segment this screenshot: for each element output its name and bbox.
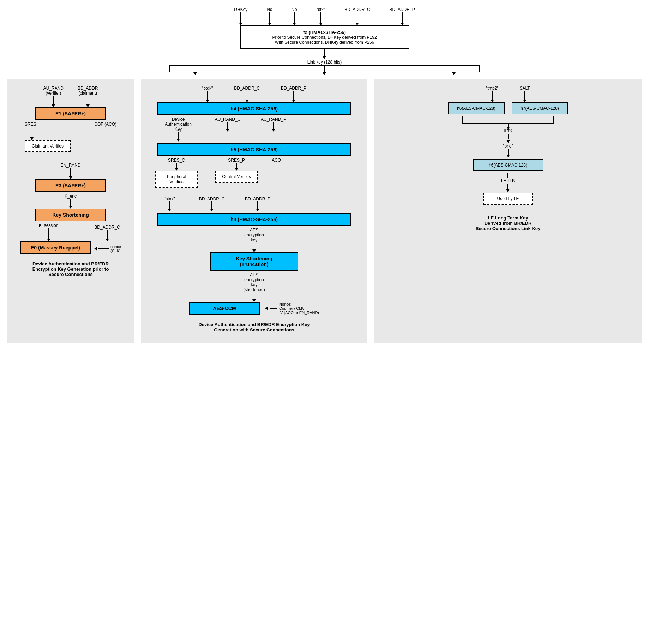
input-bd-addr-p: BD_ADDR_P [390,7,415,25]
h6-top-box: h6(AES-CMAC-128) [448,102,505,114]
used-by-le: Used by LE [483,193,533,205]
h7-box: h7(AES-CMAC-128) [512,102,568,114]
mid-bd-addr-c-h3: BD_ADDR_C [194,197,229,211]
right-salt: SALT [520,86,530,102]
e3-box: E3 (SAFER+) [35,179,106,192]
left-au-rand: AU_RAND(verifier) [43,86,64,107]
mid-aes-enc-key: AESencryptionkey [244,228,264,242]
mid-sres-p: SRES_P [228,158,245,163]
mid-key-shortening-box: Key Shortening(Truncation) [210,252,298,271]
left-bd-addr: BD_ADDR(claimant) [78,86,98,107]
h3-box: h3 (HMAC-SHA-256) [157,213,351,226]
mid-au-rand-p: AU_RAND_P [261,117,286,122]
input-np: Np [292,7,297,25]
k-enc-label: K_enc [65,194,77,199]
h5-box: h5 (HMAC-SHA-256) [157,143,351,156]
mid-peripheral-verifies: PeripheralVerifies [155,171,198,188]
en-rand-label: EN_RAND [60,163,80,168]
left-column: AU_RAND(verifier) BD_ADDR(claimant) E1 (… [7,79,134,343]
left-key-shortening-box: Key Shortening [35,209,106,221]
mid-au-rand-c: AU_RAND_C [215,117,241,122]
mid-bd-addr-p: BD_ADDR_P [281,86,306,102]
mid-column: "btdk" BD_ADDR_C BD_ADDR_P [141,79,367,343]
mid-aco: ACO [272,158,281,163]
e1-box: E1 (SAFER+) [35,107,106,120]
mid-bd-addr-c: BD_ADDR_C [234,86,260,102]
mid-caption: Device Authentication and BR/EDR Encrypt… [148,322,360,332]
brle-label: "brle" [503,144,513,149]
f2-line3: With Secure Connections, DHKey derived f… [251,40,398,45]
k-session-label: K_session [39,223,58,228]
input-dhkey: DHKey [234,7,247,25]
aes-ccm-box: AES-CCM [189,302,260,315]
bd-addr-c-left: BD_ADDR_C [94,225,120,230]
mid-central-verifies: Central Verifies [215,171,258,183]
mid-btak: "btak" [155,197,184,211]
left-caption: Device Authentication and BR/EDR Encrypt… [12,261,129,277]
input-nc: Nc [267,7,272,25]
input-bd-addr-c: BD_ADDR_C [344,7,370,25]
mid-nonce-label: Nonce:Counter / CLKIV (ACO or EN_RAND) [279,302,319,315]
claimant-verifies: Claimant Verifies [25,140,71,152]
link-key-label: Link key (128 bits) [307,60,342,65]
f2-line2: Prior to Secure Connections, DHKey deriv… [251,35,398,40]
le-ltk-label: LE LTK [501,178,515,183]
mid-btdk: "btdk" [202,86,213,102]
diagram-container: DHKey Nc Np "btk" BD_ADDR_C [0,0,649,350]
h4-box: h4 (HMAC-SHA-256) [157,102,351,115]
right-tmp2: "tmp2" [486,86,498,102]
mid-auth-key: DeviceAuthenticationKey [165,117,192,132]
input-btk: "btk" [316,7,325,25]
h6-bot-box: h6(AES-CMAC-128) [473,159,543,171]
right-column: "tmp2" SALT h6(AES-CMAC-128) [374,79,642,343]
e0-box: E0 (Massey Rueppel) [20,241,91,254]
mid-aes-enc-key-short: AESencryptionkey(shortened) [243,272,265,292]
right-caption: LE Long Term Key Derived from BR/EDR Sec… [381,215,635,231]
f2-line1: f2 (HMAC-SHA-256) [251,30,398,35]
mid-bd-addr-p-h3: BD_ADDR_P [240,197,275,211]
nonce-label: nonce(CLK) [110,245,121,253]
mid-sres-c: SRES_C [168,158,185,163]
